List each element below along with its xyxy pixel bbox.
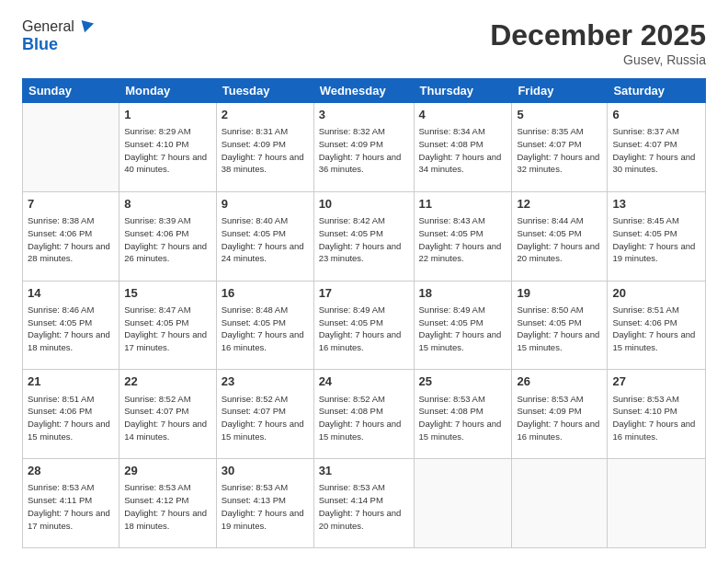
day-number: 13 (612, 196, 700, 213)
header-sunday: Sunday (23, 79, 119, 103)
calendar: Sunday Monday Tuesday Wednesday Thursday… (22, 78, 706, 548)
day-number: 26 (517, 373, 602, 390)
day-number: 19 (517, 285, 602, 302)
day-number: 12 (517, 196, 602, 213)
day-info: Sunrise: 8:53 AMSunset: 4:13 PMDaylight:… (222, 481, 309, 532)
header-tuesday: Tuesday (216, 79, 313, 103)
day-info: Sunrise: 8:43 AMSunset: 4:05 PMDaylight:… (419, 214, 507, 265)
calendar-cell: 4Sunrise: 8:34 AMSunset: 4:08 PMDaylight… (414, 103, 512, 192)
calendar-cell: 25Sunrise: 8:53 AMSunset: 4:08 PMDayligh… (414, 370, 512, 459)
day-number: 11 (419, 196, 507, 213)
calendar-cell: 30Sunrise: 8:53 AMSunset: 4:13 PMDayligh… (216, 459, 313, 548)
day-info: Sunrise: 8:44 AMSunset: 4:05 PMDaylight:… (517, 214, 602, 265)
calendar-week-row: 14Sunrise: 8:46 AMSunset: 4:05 PMDayligh… (23, 281, 706, 370)
day-info: Sunrise: 8:53 AMSunset: 4:11 PMDaylight:… (28, 481, 114, 532)
month-title: December 2025 (490, 18, 706, 52)
header-thursday: Thursday (414, 79, 512, 103)
header-friday: Friday (512, 79, 608, 103)
day-info: Sunrise: 8:35 AMSunset: 4:07 PMDaylight:… (517, 125, 602, 176)
day-number: 30 (222, 463, 309, 479)
day-info: Sunrise: 8:52 AMSunset: 4:08 PMDaylight:… (319, 393, 409, 443)
calendar-cell: 27Sunrise: 8:53 AMSunset: 4:10 PMDayligh… (608, 370, 706, 459)
header-wednesday: Wednesday (313, 79, 414, 103)
header-saturday: Saturday (608, 79, 706, 103)
calendar-cell: 11Sunrise: 8:43 AMSunset: 4:05 PMDayligh… (414, 191, 512, 281)
header: General Blue December 2025 Gusev, Russia (22, 18, 706, 67)
location: Gusev, Russia (490, 52, 706, 67)
day-info: Sunrise: 8:34 AMSunset: 4:08 PMDaylight:… (419, 125, 507, 176)
calendar-cell: 7Sunrise: 8:38 AMSunset: 4:06 PMDaylight… (23, 191, 119, 281)
day-number: 20 (612, 285, 700, 302)
day-info: Sunrise: 8:53 AMSunset: 4:12 PMDaylight:… (124, 481, 211, 532)
calendar-cell: 15Sunrise: 8:47 AMSunset: 4:05 PMDayligh… (119, 281, 217, 370)
calendar-cell: 10Sunrise: 8:42 AMSunset: 4:05 PMDayligh… (313, 191, 414, 281)
day-info: Sunrise: 8:45 AMSunset: 4:05 PMDaylight:… (612, 214, 700, 265)
day-info: Sunrise: 8:51 AMSunset: 4:06 PMDaylight:… (28, 393, 114, 443)
logo: General Blue (22, 18, 89, 54)
day-info: Sunrise: 8:53 AMSunset: 4:08 PMDaylight:… (419, 393, 507, 443)
page: General Blue December 2025 Gusev, Russia… (0, 0, 728, 563)
calendar-cell (23, 103, 119, 192)
calendar-cell: 8Sunrise: 8:39 AMSunset: 4:06 PMDaylight… (119, 191, 217, 281)
day-number: 21 (28, 373, 114, 390)
calendar-week-row: 21Sunrise: 8:51 AMSunset: 4:06 PMDayligh… (23, 370, 706, 459)
calendar-cell: 24Sunrise: 8:52 AMSunset: 4:08 PMDayligh… (313, 370, 414, 459)
day-number: 24 (319, 373, 409, 390)
calendar-cell: 1Sunrise: 8:29 AMSunset: 4:10 PMDaylight… (119, 103, 217, 192)
day-info: Sunrise: 8:40 AMSunset: 4:05 PMDaylight:… (222, 214, 309, 265)
day-number: 3 (319, 107, 409, 123)
day-info: Sunrise: 8:50 AMSunset: 4:05 PMDaylight:… (517, 304, 602, 354)
calendar-cell: 3Sunrise: 8:32 AMSunset: 4:09 PMDaylight… (313, 103, 414, 192)
calendar-week-row: 28Sunrise: 8:53 AMSunset: 4:11 PMDayligh… (23, 459, 706, 548)
day-info: Sunrise: 8:39 AMSunset: 4:06 PMDaylight:… (124, 214, 211, 265)
calendar-cell: 26Sunrise: 8:53 AMSunset: 4:09 PMDayligh… (512, 370, 608, 459)
day-info: Sunrise: 8:42 AMSunset: 4:05 PMDaylight:… (319, 214, 409, 265)
day-info: Sunrise: 8:53 AMSunset: 4:09 PMDaylight:… (517, 393, 602, 443)
day-info: Sunrise: 8:52 AMSunset: 4:07 PMDaylight:… (124, 393, 211, 443)
day-info: Sunrise: 8:49 AMSunset: 4:05 PMDaylight:… (319, 304, 409, 354)
day-number: 29 (124, 463, 211, 479)
calendar-cell: 2Sunrise: 8:31 AMSunset: 4:09 PMDaylight… (216, 103, 313, 192)
calendar-cell: 18Sunrise: 8:49 AMSunset: 4:05 PMDayligh… (414, 281, 512, 370)
day-info: Sunrise: 8:37 AMSunset: 4:07 PMDaylight:… (612, 125, 700, 176)
calendar-cell: 12Sunrise: 8:44 AMSunset: 4:05 PMDayligh… (512, 191, 608, 281)
calendar-cell: 21Sunrise: 8:51 AMSunset: 4:06 PMDayligh… (23, 370, 119, 459)
day-number: 15 (124, 285, 211, 302)
day-info: Sunrise: 8:32 AMSunset: 4:09 PMDaylight:… (319, 125, 409, 176)
calendar-cell: 19Sunrise: 8:50 AMSunset: 4:05 PMDayligh… (512, 281, 608, 370)
day-info: Sunrise: 8:31 AMSunset: 4:09 PMDaylight:… (222, 125, 309, 176)
calendar-week-row: 1Sunrise: 8:29 AMSunset: 4:10 PMDaylight… (23, 103, 706, 192)
calendar-cell (608, 459, 706, 548)
calendar-cell: 23Sunrise: 8:52 AMSunset: 4:07 PMDayligh… (216, 370, 313, 459)
logo-icon (77, 16, 94, 32)
day-number: 8 (124, 196, 211, 213)
calendar-cell: 31Sunrise: 8:53 AMSunset: 4:14 PMDayligh… (313, 459, 414, 548)
day-number: 4 (419, 107, 507, 123)
calendar-cell: 9Sunrise: 8:40 AMSunset: 4:05 PMDaylight… (216, 191, 313, 281)
day-number: 22 (124, 373, 211, 390)
day-info: Sunrise: 8:48 AMSunset: 4:05 PMDaylight:… (222, 304, 309, 354)
calendar-cell: 22Sunrise: 8:52 AMSunset: 4:07 PMDayligh… (119, 370, 217, 459)
calendar-header-row: Sunday Monday Tuesday Wednesday Thursday… (23, 79, 706, 103)
calendar-table: Sunday Monday Tuesday Wednesday Thursday… (22, 78, 706, 548)
calendar-cell: 13Sunrise: 8:45 AMSunset: 4:05 PMDayligh… (608, 191, 706, 281)
calendar-cell: 14Sunrise: 8:46 AMSunset: 4:05 PMDayligh… (23, 281, 119, 370)
day-info: Sunrise: 8:46 AMSunset: 4:05 PMDaylight:… (28, 304, 114, 354)
day-number: 14 (28, 285, 114, 302)
calendar-cell (414, 459, 512, 548)
day-number: 6 (612, 107, 700, 123)
header-monday: Monday (119, 79, 217, 103)
calendar-cell: 5Sunrise: 8:35 AMSunset: 4:07 PMDaylight… (512, 103, 608, 192)
calendar-cell: 16Sunrise: 8:48 AMSunset: 4:05 PMDayligh… (216, 281, 313, 370)
day-number: 2 (222, 107, 309, 123)
day-number: 7 (28, 196, 114, 213)
day-number: 17 (319, 285, 409, 302)
day-number: 31 (319, 463, 409, 479)
calendar-cell (512, 459, 608, 548)
day-number: 23 (222, 373, 309, 390)
logo-blue-text: Blue (22, 35, 58, 54)
logo-general-text: General (22, 18, 74, 35)
day-info: Sunrise: 8:49 AMSunset: 4:05 PMDaylight:… (419, 304, 507, 354)
day-number: 10 (319, 196, 409, 213)
calendar-week-row: 7Sunrise: 8:38 AMSunset: 4:06 PMDaylight… (23, 191, 706, 281)
